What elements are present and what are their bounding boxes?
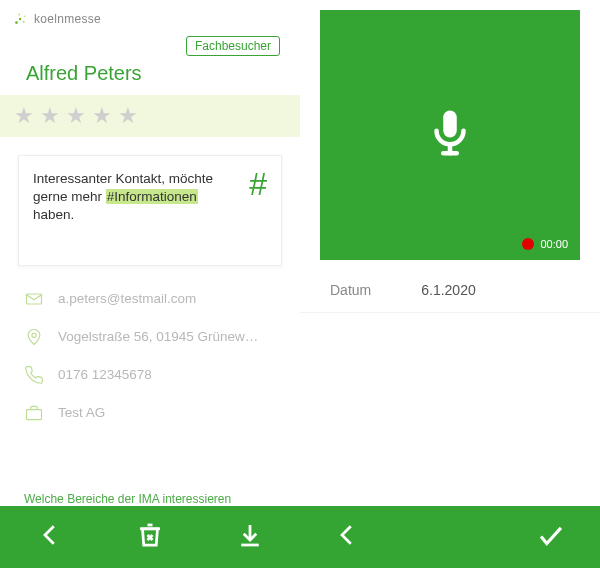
svg-rect-5	[27, 294, 42, 304]
star-icon[interactable]: ★	[92, 105, 112, 127]
svg-point-6	[32, 333, 36, 337]
download-button[interactable]	[229, 514, 271, 560]
rating-stars[interactable]: ★ ★ ★ ★ ★	[0, 95, 300, 137]
phone-icon	[24, 365, 44, 385]
delete-button[interactable]	[129, 514, 171, 560]
svg-point-2	[23, 21, 25, 23]
svg-point-0	[15, 21, 18, 24]
date-label: Datum	[330, 282, 371, 298]
phone-row[interactable]: 0176 12345678	[24, 356, 276, 394]
voice-recorder-panel: 00:00 Datum 6.1.2020	[300, 0, 600, 568]
record-area[interactable]: 00:00	[320, 10, 580, 260]
star-icon[interactable]: ★	[118, 105, 138, 127]
location-icon	[24, 327, 44, 347]
date-value: 6.1.2020	[421, 282, 476, 298]
section-heading-cutoff: Welche Bereiche der IMA interessieren	[0, 484, 300, 506]
star-icon[interactable]: ★	[66, 105, 86, 127]
svg-point-3	[18, 14, 20, 16]
microphone-icon	[423, 106, 477, 164]
logo-text: koelnmesse	[34, 12, 101, 26]
logo-icon	[12, 10, 30, 28]
recording-time: 00:00	[540, 238, 568, 250]
brand-logo: koelnmesse	[0, 0, 300, 32]
address-row[interactable]: Vogelstraße 56, 01945 Grünew…	[24, 318, 276, 356]
email-row[interactable]: a.peters@testmail.com	[24, 280, 276, 318]
star-icon[interactable]: ★	[14, 105, 34, 127]
svg-rect-7	[27, 409, 42, 419]
note-card[interactable]: Interessanter Kontakt, möchte gerne mehr…	[18, 155, 282, 266]
mail-icon	[24, 289, 44, 309]
hash-icon: #	[249, 170, 267, 199]
confirm-button[interactable]	[528, 512, 574, 562]
recorder-toolbar	[300, 506, 600, 568]
briefcase-icon	[24, 403, 44, 423]
contact-name: Alfred Peters	[0, 58, 300, 95]
note-text: Interessanter Kontakt, möchte gerne mehr…	[33, 170, 241, 225]
company-row[interactable]: Test AG	[24, 394, 276, 432]
svg-point-1	[19, 18, 21, 20]
record-dot-icon	[522, 238, 534, 250]
svg-point-4	[24, 15, 26, 17]
date-row: Datum 6.1.2020	[300, 268, 600, 313]
visitor-badge: Fachbesucher	[186, 36, 280, 56]
recording-indicator: 00:00	[522, 238, 568, 250]
star-icon[interactable]: ★	[40, 105, 60, 127]
bottom-toolbar	[0, 506, 300, 568]
back-button[interactable]	[326, 514, 368, 560]
contact-detail-panel: koelnmesse Fachbesucher Alfred Peters ★ …	[0, 0, 300, 568]
back-button[interactable]	[29, 514, 71, 560]
contact-info-list: a.peters@testmail.com Vogelstraße 56, 01…	[0, 280, 300, 484]
